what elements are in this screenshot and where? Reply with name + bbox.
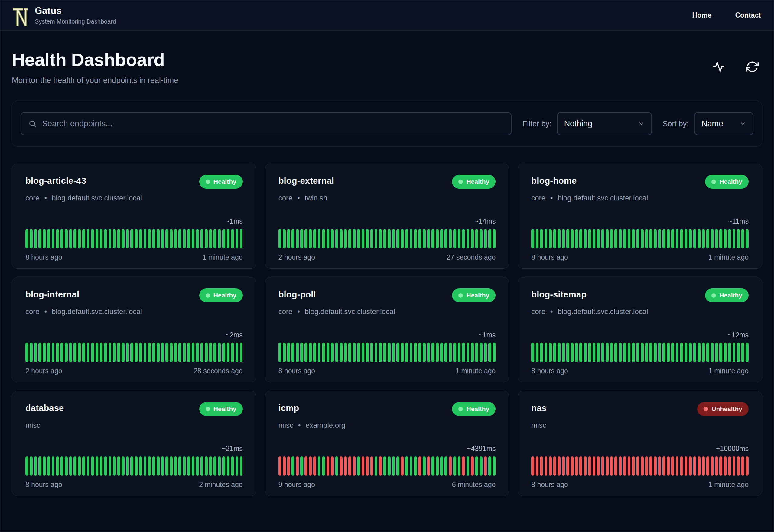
history-bar[interactable] — [667, 343, 670, 362]
history-bar[interactable] — [693, 456, 696, 476]
history-bar[interactable] — [698, 456, 701, 476]
history-bar[interactable] — [649, 456, 652, 476]
history-bar[interactable] — [628, 229, 631, 248]
history-bar[interactable] — [493, 456, 496, 476]
history-bar[interactable] — [475, 456, 478, 476]
history-bar[interactable] — [100, 343, 103, 362]
history-bar[interactable] — [348, 456, 351, 476]
history-bar[interactable] — [370, 229, 373, 248]
history-bar[interactable] — [139, 229, 142, 248]
history-bar[interactable] — [205, 343, 208, 362]
history-bar[interactable] — [104, 343, 107, 362]
history-bar[interactable] — [209, 456, 212, 476]
history-bar[interactable] — [174, 343, 177, 362]
history-bar[interactable] — [69, 343, 72, 362]
history-bar[interactable] — [240, 343, 243, 362]
history-bar[interactable] — [571, 343, 574, 362]
history-bar[interactable] — [484, 456, 487, 476]
history-bar[interactable] — [562, 343, 565, 362]
history-bar[interactable] — [227, 229, 230, 248]
history-bar[interactable] — [558, 456, 561, 476]
history-bar[interactable] — [218, 343, 221, 362]
history-bar[interactable] — [471, 456, 474, 476]
history-bar[interactable] — [593, 456, 596, 476]
history-bar[interactable] — [593, 343, 596, 362]
history-bar[interactable] — [418, 456, 421, 476]
history-bar[interactable] — [300, 456, 303, 476]
history-bar[interactable] — [698, 343, 701, 362]
history-bar[interactable] — [148, 229, 151, 248]
history-bar[interactable] — [410, 343, 413, 362]
history-bar[interactable] — [192, 229, 195, 248]
history-bar[interactable] — [715, 456, 718, 476]
history-bar[interactable] — [135, 456, 138, 476]
history-bar[interactable] — [658, 343, 661, 362]
history-bar[interactable] — [331, 229, 334, 248]
history-bar[interactable] — [327, 229, 330, 248]
history-bar[interactable] — [383, 456, 386, 476]
history-bar[interactable] — [78, 229, 81, 248]
endpoint-card[interactable]: blog-internal Healthy core • blog.defaul… — [12, 277, 256, 382]
history-bar[interactable] — [444, 343, 447, 362]
history-bar[interactable] — [423, 229, 426, 248]
history-bar[interactable] — [104, 456, 107, 476]
history-bar[interactable] — [340, 456, 343, 476]
history-bar[interactable] — [410, 456, 413, 476]
history-bar[interactable] — [183, 456, 186, 476]
history-bar[interactable] — [462, 229, 465, 248]
history-bar[interactable] — [56, 229, 59, 248]
history-bar[interactable] — [562, 229, 565, 248]
history-bar[interactable] — [641, 456, 644, 476]
history-bar[interactable] — [724, 456, 727, 476]
history-bar[interactable] — [196, 456, 199, 476]
history-bar[interactable] — [475, 343, 478, 362]
history-bar[interactable] — [628, 343, 631, 362]
history-bar[interactable] — [122, 343, 125, 362]
history-bar[interactable] — [662, 229, 665, 248]
history-bar[interactable] — [471, 229, 474, 248]
history-bar[interactable] — [366, 456, 369, 476]
history-bar[interactable] — [287, 229, 290, 248]
history-bar[interactable] — [392, 456, 395, 476]
endpoint-card[interactable]: blog-sitemap Healthy core • blog.default… — [518, 277, 762, 382]
history-bar[interactable] — [711, 229, 714, 248]
history-bar[interactable] — [733, 456, 736, 476]
history-bar[interactable] — [161, 343, 164, 362]
history-bar[interactable] — [431, 229, 434, 248]
history-bar[interactable] — [209, 343, 212, 362]
history-bar[interactable] — [117, 456, 120, 476]
history-bar[interactable] — [427, 229, 430, 248]
history-bar[interactable] — [540, 343, 543, 362]
history-bar[interactable] — [205, 456, 208, 476]
history-bar[interactable] — [619, 343, 622, 362]
history-bar[interactable] — [453, 456, 456, 476]
history-bar[interactable] — [335, 229, 338, 248]
history-bar[interactable] — [375, 229, 378, 248]
history-bar[interactable] — [304, 229, 307, 248]
history-bar[interactable] — [741, 343, 744, 362]
history-bar[interactable] — [135, 343, 138, 362]
history-bar[interactable] — [531, 343, 534, 362]
history-bar[interactable] — [170, 456, 173, 476]
history-bar[interactable] — [313, 456, 316, 476]
history-bar[interactable] — [649, 343, 652, 362]
history-bar[interactable] — [25, 343, 28, 362]
history-bar[interactable] — [702, 456, 705, 476]
activity-icon[interactable] — [713, 61, 725, 74]
history-bar[interactable] — [109, 343, 112, 362]
history-bar[interactable] — [73, 229, 76, 248]
history-bar[interactable] — [344, 229, 347, 248]
history-bar[interactable] — [427, 456, 430, 476]
history-bar[interactable] — [733, 343, 736, 362]
history-bar[interactable] — [449, 343, 452, 362]
history-bar[interactable] — [205, 229, 208, 248]
endpoint-card[interactable]: blog-article-43 Healthy core • blog.defa… — [12, 164, 256, 269]
history-bar[interactable] — [601, 456, 604, 476]
history-bar[interactable] — [475, 229, 478, 248]
history-bar[interactable] — [436, 343, 439, 362]
history-bar[interactable] — [737, 456, 740, 476]
history-bar[interactable] — [222, 456, 225, 476]
history-bar[interactable] — [300, 343, 303, 362]
history-bar[interactable] — [366, 229, 369, 248]
history-bar[interactable] — [689, 456, 692, 476]
